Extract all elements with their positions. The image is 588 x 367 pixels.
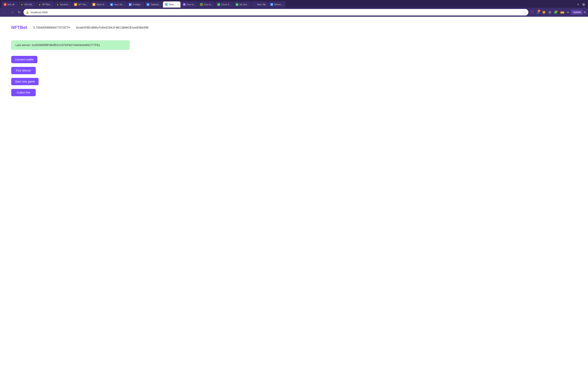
tab-nftstore-label: NFT.Sto... bbox=[78, 3, 88, 6]
tab-where[interactable]: WWhere ... bbox=[268, 1, 285, 8]
add-tab-button[interactable]: + bbox=[576, 2, 580, 7]
browser-chrome: Mbirb nft●ZKX-86...●NFTBet...●blockch...… bbox=[0, 0, 588, 17]
app-title: NFTBet bbox=[11, 25, 27, 30]
nav-bar: ← → ↻ 🔒 localhost:3000 ☆ 🛡 ⚠ 1 🦁 ⚙ 🧩 💳 ✂… bbox=[0, 8, 588, 17]
tab-zkx-label: ZKX-86... bbox=[24, 3, 34, 6]
tab-react-favicon: ⚛ bbox=[165, 3, 168, 6]
vpn-icon[interactable]: ✂ bbox=[566, 9, 570, 15]
tab-nftbet-label: NFTBet... bbox=[42, 3, 52, 6]
tab-storen-favicon: ◆ bbox=[93, 3, 95, 6]
puzzle-icon[interactable]: 🧩 bbox=[553, 9, 559, 15]
collect-fee-button[interactable]: Collect fee bbox=[11, 89, 36, 96]
brave-shield-icon[interactable]: 🛡 bbox=[530, 9, 535, 15]
tab-birb-label: birb nft bbox=[8, 3, 16, 6]
tab-newtab-favicon bbox=[253, 3, 256, 6]
tab-birb[interactable]: Mbirb nft bbox=[2, 1, 18, 8]
tab-preflight-favicon: ▶ bbox=[129, 3, 132, 6]
tab-cloudsql-label: Cloud S... bbox=[221, 3, 231, 6]
reload-button[interactable]: ↻ bbox=[17, 9, 22, 15]
tab-nftstore[interactable]: ◆NFT.Sto... bbox=[72, 1, 90, 8]
tab-howto1-label: How to... bbox=[187, 3, 196, 6]
tab-hero-label: Hero Se... bbox=[114, 3, 124, 6]
eth-balance: 5.700400588908477072ETH bbox=[33, 26, 70, 29]
tab-newtab-label: New Tab bbox=[257, 3, 266, 6]
tab-preflight-label: Prefligh... bbox=[133, 3, 142, 6]
tab-blockchain[interactable]: ●blockch... bbox=[54, 1, 72, 8]
connect-wallet-button[interactable]: Connect wallet bbox=[11, 56, 37, 63]
tab-preflight[interactable]: ▶Prefligh... bbox=[127, 1, 144, 8]
brave-rewards-icon[interactable]: 🦁 bbox=[541, 9, 547, 15]
tab-hero-favicon: ▶ bbox=[110, 3, 113, 6]
header: NFTBet 5.700400588908477072ETH 0xe6d59D1… bbox=[11, 25, 577, 30]
forward-button[interactable]: → bbox=[9, 9, 15, 15]
tab-howto1[interactable]: BHow to... bbox=[181, 1, 198, 8]
profile-icon[interactable]: ⊕ bbox=[581, 2, 586, 7]
page-content: NFTBet 5.700400588908477072ETH 0xe6d59D1… bbox=[0, 17, 588, 367]
extension-icon-1[interactable]: ⚙ bbox=[548, 9, 552, 15]
tab-where-favicon: W bbox=[270, 3, 273, 6]
tab-storen-label: Store N... bbox=[96, 3, 106, 6]
update-button[interactable]: Update bbox=[571, 10, 583, 15]
notification-badge: 1 bbox=[538, 9, 540, 12]
tab-react-close[interactable]: × bbox=[177, 3, 178, 6]
tab-react[interactable]: ⚛Reac...× bbox=[163, 1, 181, 8]
last-winner-box: Last winner: 0x4D56B9f9F984fE01C87DFbD7e… bbox=[11, 40, 130, 50]
bookmark-icon[interactable]: ☆ bbox=[523, 11, 526, 14]
nav-right-icons: 🛡 ⚠ 1 🦁 ⚙ 🧩 💳 ✂ Update ≡ bbox=[530, 9, 586, 15]
tab-zkx-favicon: ● bbox=[20, 3, 23, 6]
back-button[interactable]: ← bbox=[2, 9, 8, 15]
tab-storen[interactable]: ◆Store N... bbox=[90, 1, 108, 8]
tab-nftbet-favicon: ● bbox=[38, 3, 41, 6]
tab-blockchain-favicon: ● bbox=[56, 3, 59, 6]
tab-nftstore-favicon: ◆ bbox=[74, 3, 77, 6]
tab-zkx[interactable]: ●ZKX-86... bbox=[18, 1, 36, 8]
notification-icon[interactable]: ⚠ 1 bbox=[536, 9, 540, 15]
menu-button[interactable]: ≡ bbox=[584, 10, 586, 15]
pick-winner-button[interactable]: Pick Winner bbox=[11, 67, 36, 74]
tab-blockchain-label: blockch... bbox=[60, 3, 70, 6]
tab-tailwind[interactable]: ◈Tailwind... bbox=[145, 1, 162, 8]
lock-icon: 🔒 bbox=[26, 11, 29, 14]
tab-howto1-favicon: B bbox=[183, 3, 186, 6]
tab-tailwind-favicon: ◈ bbox=[147, 3, 149, 6]
tab-mydrive[interactable]: ▲My Driv... bbox=[233, 1, 251, 8]
address-bar[interactable]: 🔒 localhost:3000 ☆ bbox=[24, 9, 528, 16]
tab-mydrive-label: My Driv... bbox=[240, 3, 249, 6]
tab-howto2-favicon: 🍎 bbox=[200, 3, 203, 6]
start-new-game-button[interactable]: Start new game bbox=[11, 78, 39, 85]
tab-nftbet[interactable]: ●NFTBet... bbox=[36, 1, 54, 8]
last-winner-text: Last winner: 0x4D56B9f9F984fE01C87DFbD7e… bbox=[16, 43, 100, 47]
tab-where-label: Where ... bbox=[274, 3, 283, 6]
tab-newtab[interactable]: New Tab bbox=[251, 1, 268, 8]
tab-birb-favicon: M bbox=[4, 3, 7, 6]
tab-cloudsql-favicon: ▲ bbox=[217, 3, 220, 6]
tab-cloudsql[interactable]: ▲Cloud S... bbox=[215, 1, 233, 8]
tab-tailwind-label: Tailwind... bbox=[150, 3, 160, 6]
url-text: localhost:3000 bbox=[31, 11, 522, 14]
tab-react-label: Reac... bbox=[169, 3, 176, 6]
wallet-address: 0xe6d59D18D8afe8e929A1F4611B80CB2aa05Ba9… bbox=[76, 26, 148, 29]
tab-bar: Mbirb nft●ZKX-86...●NFTBet...●blockch...… bbox=[0, 0, 588, 8]
tab-mydrive-favicon: ▲ bbox=[236, 3, 238, 6]
tab-howto2-label: How to... bbox=[204, 3, 213, 6]
wallet-icon[interactable]: 💳 bbox=[559, 9, 565, 15]
tab-howto2[interactable]: 🍎How to... bbox=[198, 1, 215, 8]
tab-hero[interactable]: ▶Hero Se... bbox=[108, 1, 126, 8]
